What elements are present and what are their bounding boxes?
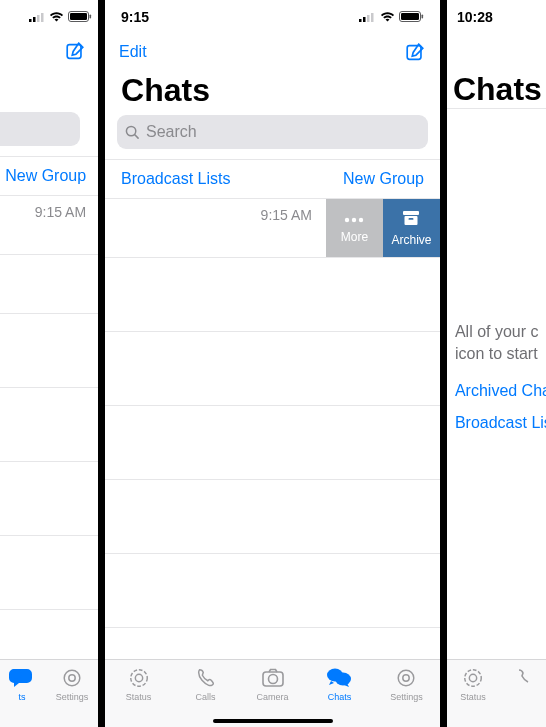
search-icon	[125, 125, 140, 140]
wifi-icon	[380, 9, 395, 25]
svg-point-22	[352, 218, 356, 222]
chat-time: 9:15 AM	[261, 207, 312, 223]
status-bar: 9:15	[105, 0, 440, 34]
svg-rect-14	[371, 13, 374, 22]
chat-row[interactable]	[105, 554, 440, 628]
svg-point-35	[465, 670, 482, 687]
svg-point-33	[399, 670, 415, 686]
page-title: Chats	[453, 71, 542, 108]
chat-icon	[326, 666, 352, 690]
tab-label: ts	[19, 692, 26, 702]
svg-point-10	[69, 675, 75, 681]
svg-point-8	[10, 669, 22, 679]
swipe-more-button[interactable]: More	[326, 199, 383, 257]
chat-row[interactable]	[105, 258, 440, 332]
svg-rect-5	[70, 13, 87, 20]
svg-rect-24	[403, 211, 419, 215]
svg-rect-6	[90, 15, 92, 19]
broadcast-lists-link[interactable]: Broadcast Lists	[121, 170, 230, 188]
search-placeholder: Search	[146, 123, 197, 141]
new-group-link[interactable]: New Group	[343, 170, 424, 188]
page-title: Chats	[105, 70, 440, 115]
empty-state-text: All of your c icon to start	[447, 109, 546, 364]
svg-rect-3	[41, 13, 44, 22]
status-icon	[128, 666, 150, 690]
gear-icon	[61, 666, 83, 690]
chat-time: 9:15 AM	[35, 204, 86, 220]
search-input[interactable]: Search	[117, 115, 428, 149]
new-group-link[interactable]: New Group	[0, 156, 98, 196]
phone-left: New Group 9:15 AM ts Settings	[0, 0, 98, 727]
svg-point-28	[135, 674, 142, 681]
tab-status[interactable]: Status	[453, 666, 493, 702]
tab-settings[interactable]: Settings	[52, 666, 92, 702]
chat-row[interactable]	[0, 536, 98, 610]
signal-icon	[359, 9, 376, 25]
chat-icon	[9, 666, 35, 690]
svg-point-9	[64, 670, 80, 686]
svg-rect-17	[421, 15, 423, 19]
archived-chats-link[interactable]: Archived Cha	[447, 364, 546, 400]
compose-icon[interactable]	[404, 41, 426, 63]
tab-camera[interactable]: Camera	[239, 666, 306, 702]
tab-label: Calls	[196, 692, 216, 702]
svg-rect-25	[405, 216, 418, 225]
chat-row[interactable]	[0, 462, 98, 536]
svg-point-21	[345, 218, 349, 222]
tab-bar: ts Settings	[0, 659, 98, 727]
status-time: 9:15	[121, 9, 149, 25]
tab-settings[interactable]: Settings	[373, 666, 440, 702]
tab-calls[interactable]: Calls	[172, 666, 239, 702]
svg-rect-11	[359, 19, 362, 22]
home-indicator[interactable]	[213, 719, 333, 723]
tab-chats[interactable]: ts	[2, 666, 42, 702]
chat-row[interactable]: 9:15 AM	[0, 196, 98, 255]
phone-right: 10:28 Chats All of your c icon to start …	[447, 0, 546, 727]
svg-rect-13	[367, 15, 370, 22]
tab-chats[interactable]: Chats	[306, 666, 373, 702]
tab-calls-partial[interactable]	[503, 666, 543, 690]
compose-icon[interactable]	[64, 40, 86, 62]
chat-row[interactable]	[105, 480, 440, 554]
chat-row[interactable]	[0, 314, 98, 388]
svg-rect-12	[363, 17, 366, 22]
signal-icon	[29, 8, 45, 26]
swipe-archive-button[interactable]: Archive	[383, 199, 440, 257]
tab-label: Status	[126, 692, 152, 702]
broadcast-lists-link[interactable]: Broadcast Lis	[447, 400, 546, 432]
archive-icon	[402, 210, 420, 229]
chat-row[interactable]	[0, 388, 98, 462]
search-input[interactable]	[0, 112, 80, 146]
edit-button[interactable]: Edit	[119, 43, 147, 61]
compose-area	[0, 34, 98, 68]
tab-bar: Status Calls Camera Chats Settings	[105, 659, 440, 727]
svg-rect-1	[33, 17, 36, 22]
chat-row[interactable]	[105, 406, 440, 480]
nav-row: Edit	[105, 34, 440, 70]
battery-icon	[399, 9, 424, 25]
tab-label: Chats	[328, 692, 352, 702]
tab-status[interactable]: Status	[105, 666, 172, 702]
status-bar	[0, 0, 98, 34]
chat-row[interactable]	[0, 255, 98, 314]
svg-rect-16	[401, 13, 419, 20]
more-label: More	[341, 230, 368, 244]
svg-point-23	[359, 218, 363, 222]
more-icon	[344, 212, 364, 226]
chat-row-swiped: 9:15 AM More Archive	[105, 199, 440, 258]
chat-row[interactable]	[105, 332, 440, 406]
chat-row[interactable]: 9:15 AM	[105, 199, 326, 257]
camera-icon	[261, 666, 285, 690]
svg-line-20	[135, 134, 138, 137]
gear-icon	[395, 666, 417, 690]
phone-icon	[516, 666, 530, 690]
list-links: Broadcast Lists New Group	[105, 159, 440, 199]
phone-icon	[195, 666, 217, 690]
phone-mid: 9:15 Edit Chats Search Broadcast Lists N…	[105, 0, 440, 727]
battery-icon	[68, 8, 92, 26]
tab-label: Settings	[56, 692, 89, 702]
phone-divider	[440, 0, 447, 727]
svg-rect-0	[29, 19, 32, 22]
phone-divider	[98, 0, 105, 727]
svg-point-34	[403, 675, 409, 681]
